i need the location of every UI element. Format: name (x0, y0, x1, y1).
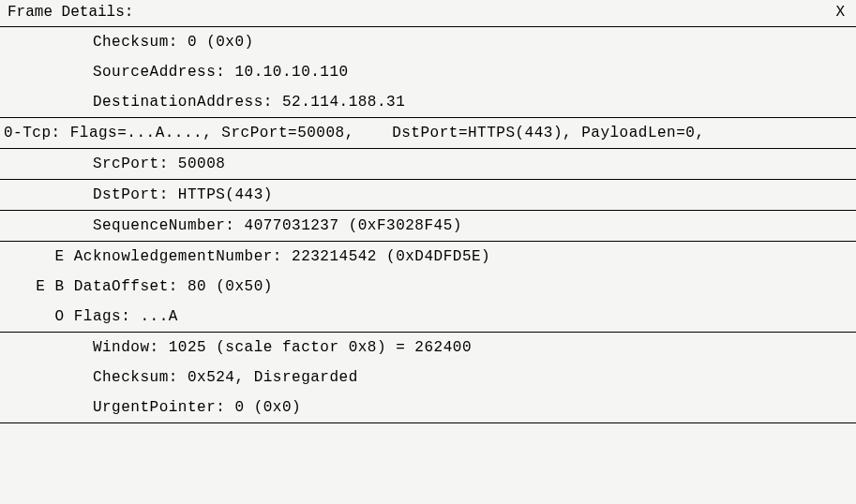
frame-details-panel: Frame Details: X Checksum: 0 (0x0) Sourc… (0, 0, 856, 423)
tcp-checksum-row: Checksum: 0x524, Disregarded (0, 363, 856, 393)
tcp-ack-number-row: E AcknowledgementNumber: 223214542 (0xD4… (0, 242, 856, 272)
tcp-dst-port-row: DstPort: HTTPS(443) (0, 180, 856, 211)
frame-details-title: Frame Details: (8, 4, 133, 21)
close-icon[interactable]: X (835, 4, 845, 21)
ip-destination-address-row: DestinationAddress: 52.114.188.31 (0, 87, 856, 117)
tcp-data-offset-row: E B DataOffset: 80 (0x50) (0, 272, 856, 302)
frame-details-header: Frame Details: X (0, 0, 856, 27)
tcp-window-row: Window: 1025 (scale factor 0x8) = 262400 (0, 333, 856, 363)
tcp-sequence-number-row: SequenceNumber: 4077031237 (0xF3028F45) (0, 211, 856, 242)
tcp-src-port-row: SrcPort: 50008 (0, 149, 856, 180)
ip-checksum-row: Checksum: 0 (0x0) (0, 27, 856, 57)
tcp-flags-row: O Flags: ...A (0, 302, 856, 333)
tcp-summary-row: 0-Tcp: Flags=...A...., SrcPort=50008, Ds… (0, 117, 856, 149)
tcp-urgent-pointer-row: UrgentPointer: 0 (0x0) (0, 393, 856, 423)
ip-source-address-row: SourceAddress: 10.10.10.110 (0, 57, 856, 87)
